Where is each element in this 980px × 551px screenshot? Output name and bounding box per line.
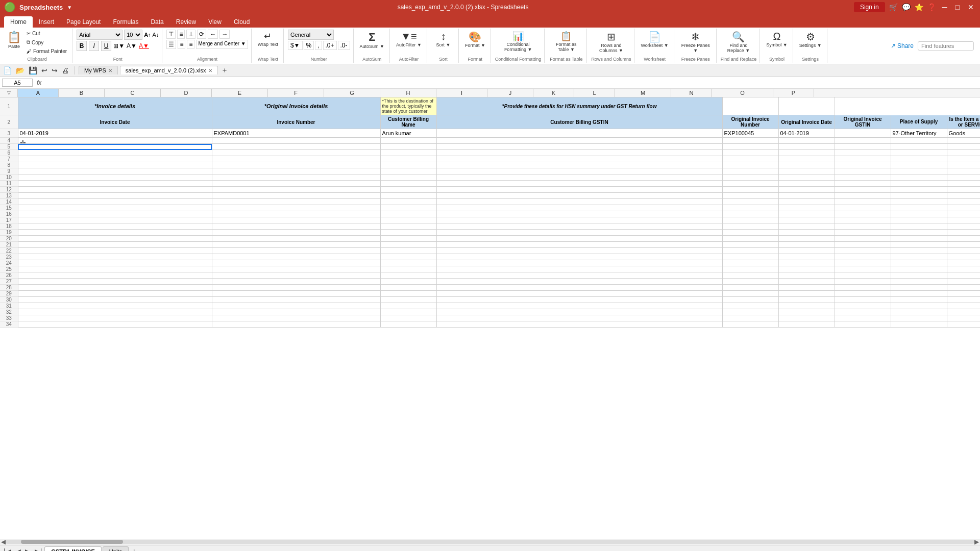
cell-G28[interactable] bbox=[835, 285, 891, 291]
cell-G19[interactable] bbox=[835, 230, 891, 236]
cell-F4[interactable] bbox=[778, 138, 835, 144]
cell-B20[interactable] bbox=[212, 236, 380, 242]
cell-C9[interactable] bbox=[380, 168, 436, 174]
cell-I4[interactable] bbox=[947, 138, 980, 144]
cell-F20[interactable] bbox=[778, 236, 835, 242]
cell-reference-box[interactable]: A5 bbox=[2, 79, 33, 87]
cell-I25[interactable] bbox=[947, 266, 980, 272]
cell-C16[interactable] bbox=[380, 211, 436, 217]
conditional-formatting-button[interactable]: 📊 Conditional Formatting ▼ bbox=[498, 30, 538, 53]
cell-D16[interactable] bbox=[436, 211, 722, 217]
cell-B9[interactable] bbox=[212, 168, 380, 174]
cell-C19[interactable] bbox=[380, 230, 436, 236]
cell-G11[interactable] bbox=[835, 181, 891, 187]
col-header-M[interactable]: M bbox=[615, 89, 671, 97]
cell-C18[interactable] bbox=[380, 223, 436, 230]
col-header-P[interactable]: P bbox=[773, 89, 814, 97]
cell-I26[interactable] bbox=[947, 272, 980, 279]
tab-insert[interactable]: Insert bbox=[33, 16, 60, 28]
cell-C26[interactable] bbox=[380, 272, 436, 279]
decimal-increase-button[interactable]: .0+ bbox=[323, 41, 337, 50]
cell-C3[interactable]: Arun kumar bbox=[380, 129, 436, 138]
cell-E15[interactable] bbox=[722, 205, 778, 211]
cell-I2[interactable]: Is the Item a GOOD or SERVICE bbox=[947, 115, 980, 129]
cell-I1[interactable]: *Provide these details for HSN summary u… bbox=[436, 97, 722, 115]
cell-A1[interactable]: *Invoice details bbox=[18, 97, 212, 115]
cell-A34[interactable] bbox=[18, 321, 212, 328]
close-my-wps-tab[interactable]: ✕ bbox=[108, 68, 112, 73]
wrap-text-button[interactable]: ↵ Wrap Text bbox=[256, 30, 280, 48]
cell-G13[interactable] bbox=[835, 193, 891, 199]
cell-F13[interactable] bbox=[778, 193, 835, 199]
cell-I3[interactable]: Goods bbox=[947, 129, 980, 138]
cell-A19[interactable] bbox=[18, 230, 212, 236]
cell-A22[interactable] bbox=[18, 248, 212, 254]
cell-B32[interactable] bbox=[212, 309, 380, 315]
cell-D13[interactable] bbox=[436, 193, 722, 199]
cell-B18[interactable] bbox=[212, 223, 380, 230]
cell-H27[interactable] bbox=[891, 279, 947, 285]
cell-A26[interactable] bbox=[18, 272, 212, 279]
scroll-right-button[interactable]: ▶ bbox=[974, 538, 979, 545]
cell-D21[interactable] bbox=[436, 242, 722, 248]
cell-G25[interactable] bbox=[835, 266, 891, 272]
col-header-I[interactable]: I bbox=[436, 89, 487, 97]
quick-new-button[interactable]: 📄 bbox=[2, 66, 13, 74]
cell-E14[interactable] bbox=[722, 199, 778, 205]
cell-B12[interactable] bbox=[212, 187, 380, 193]
cell-H32[interactable] bbox=[891, 309, 947, 315]
cell-G23[interactable] bbox=[835, 254, 891, 260]
cell-C32[interactable] bbox=[380, 309, 436, 315]
cell-C17[interactable] bbox=[380, 217, 436, 223]
close-button[interactable]: ✕ bbox=[966, 3, 976, 11]
cell-I17[interactable] bbox=[947, 217, 980, 223]
cell-A5[interactable] bbox=[18, 144, 212, 150]
cell-I24[interactable] bbox=[947, 260, 980, 266]
cell-F30[interactable] bbox=[778, 297, 835, 303]
cell-A17[interactable] bbox=[18, 217, 212, 223]
scroll-thumb[interactable] bbox=[21, 540, 123, 544]
cell-A23[interactable] bbox=[18, 254, 212, 260]
col-header-O[interactable]: O bbox=[712, 89, 773, 97]
cell-F18[interactable] bbox=[778, 223, 835, 230]
currency-button[interactable]: $▼ bbox=[288, 41, 303, 50]
cell-A8[interactable] bbox=[18, 162, 212, 168]
cell-G15[interactable] bbox=[835, 205, 891, 211]
cell-E3[interactable]: EXP100045 bbox=[722, 129, 778, 138]
cell-F12[interactable] bbox=[778, 187, 835, 193]
cell-A7[interactable] bbox=[18, 156, 212, 162]
cell-A13[interactable] bbox=[18, 193, 212, 199]
cell-C31[interactable] bbox=[380, 303, 436, 309]
cell-H9[interactable] bbox=[891, 168, 947, 174]
file-tab-my-wps[interactable]: My WPS ✕ bbox=[79, 66, 118, 74]
cell-G16[interactable] bbox=[835, 211, 891, 217]
cell-D28[interactable] bbox=[436, 285, 722, 291]
add-sheet-button[interactable]: + bbox=[130, 547, 138, 552]
cell-G26[interactable] bbox=[835, 272, 891, 279]
cell-F9[interactable] bbox=[778, 168, 835, 174]
cell-B24[interactable] bbox=[212, 260, 380, 266]
col-header-D[interactable]: D bbox=[161, 89, 212, 97]
cell-D12[interactable] bbox=[436, 187, 722, 193]
cell-B2[interactable]: Invoice Number bbox=[212, 115, 380, 129]
cell-C12[interactable] bbox=[380, 187, 436, 193]
cell-D18[interactable] bbox=[436, 223, 722, 230]
sheet-nav-first[interactable]: |◀ bbox=[2, 547, 13, 552]
cell-H29[interactable] bbox=[891, 291, 947, 297]
cell-D15[interactable] bbox=[436, 205, 722, 211]
cell-H26[interactable] bbox=[891, 272, 947, 279]
cell-H1[interactable]: *This is the destination of the product,… bbox=[380, 97, 436, 115]
cell-D6[interactable] bbox=[436, 150, 722, 156]
cell-E30[interactable] bbox=[722, 297, 778, 303]
cell-H22[interactable] bbox=[891, 248, 947, 254]
cell-C6[interactable] bbox=[380, 150, 436, 156]
cell-E22[interactable] bbox=[722, 248, 778, 254]
cell-H15[interactable] bbox=[891, 205, 947, 211]
cell-D8[interactable] bbox=[436, 162, 722, 168]
cell-A3[interactable]: 04-01-2019 bbox=[18, 129, 212, 138]
cell-E4[interactable] bbox=[722, 138, 778, 144]
autosum-button[interactable]: Σ AutoSum ▼ bbox=[358, 30, 386, 50]
cell-G20[interactable] bbox=[835, 236, 891, 242]
cell-F8[interactable] bbox=[778, 162, 835, 168]
indent-increase-button[interactable]: → bbox=[219, 30, 230, 39]
